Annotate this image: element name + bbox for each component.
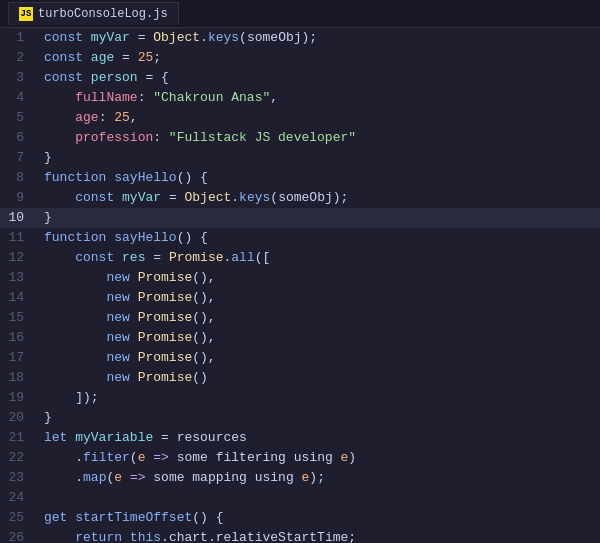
line-num-13: 13: [0, 268, 40, 288]
line-content-2: const age = 25;: [40, 48, 600, 68]
line-26: 26 return this.chart.relativeStartTime;: [0, 528, 600, 543]
line-content-9: const myVar = Object.keys(someObj);: [40, 188, 600, 208]
line-content-7: }: [40, 148, 600, 168]
line-num-12: 12: [0, 248, 40, 268]
line-num-7: 7: [0, 148, 40, 168]
tab-filename: turboConsoleLog.js: [38, 7, 168, 21]
line-content-12: const res = Promise.all([: [40, 248, 600, 268]
line-content-26: return this.chart.relativeStartTime;: [40, 528, 600, 543]
line-9: 9 const myVar = Object.keys(someObj);: [0, 188, 600, 208]
line-num-10: 10: [0, 208, 40, 228]
tab-bar: JS turboConsoleLog.js: [0, 0, 600, 28]
line-num-15: 15: [0, 308, 40, 328]
line-content-20: }: [40, 408, 600, 428]
line-num-2: 2: [0, 48, 40, 68]
line-num-25: 25: [0, 508, 40, 528]
line-19: 19 ]);: [0, 388, 600, 408]
code-editor: 1 const myVar = Object.keys(someObj); 2 …: [0, 28, 600, 543]
line-8: 8 function sayHello() {: [0, 168, 600, 188]
line-13: 13 new Promise(),: [0, 268, 600, 288]
line-content-8: function sayHello() {: [40, 168, 600, 188]
line-num-17: 17: [0, 348, 40, 368]
line-num-1: 1: [0, 28, 40, 48]
line-num-16: 16: [0, 328, 40, 348]
line-3: 3 const person = {: [0, 68, 600, 88]
line-content-16: new Promise(),: [40, 328, 600, 348]
line-num-14: 14: [0, 288, 40, 308]
line-content-21: let myVariable = resources: [40, 428, 600, 448]
line-content-25: get startTimeOffset() {: [40, 508, 600, 528]
line-20: 20 }: [0, 408, 600, 428]
line-12: 12 const res = Promise.all([: [0, 248, 600, 268]
line-num-11: 11: [0, 228, 40, 248]
line-content-6: profession: "Fullstack JS developer": [40, 128, 600, 148]
line-21: 21 let myVariable = resources: [0, 428, 600, 448]
line-25: 25 get startTimeOffset() {: [0, 508, 600, 528]
line-content-23: .map(e => some mapping using e);: [40, 468, 600, 488]
line-10: 10 }: [0, 208, 600, 228]
line-num-6: 6: [0, 128, 40, 148]
line-num-5: 5: [0, 108, 40, 128]
line-content-1: const myVar = Object.keys(someObj);: [40, 28, 600, 48]
line-1: 1 const myVar = Object.keys(someObj);: [0, 28, 600, 48]
line-content-13: new Promise(),: [40, 268, 600, 288]
line-22: 22 .filter(e => some filtering using e): [0, 448, 600, 468]
line-17: 17 new Promise(),: [0, 348, 600, 368]
line-num-8: 8: [0, 168, 40, 188]
line-7: 7 }: [0, 148, 600, 168]
line-14: 14 new Promise(),: [0, 288, 600, 308]
line-6: 6 profession: "Fullstack JS developer": [0, 128, 600, 148]
line-num-22: 22: [0, 448, 40, 468]
line-num-3: 3: [0, 68, 40, 88]
line-15: 15 new Promise(),: [0, 308, 600, 328]
file-tab[interactable]: JS turboConsoleLog.js: [8, 2, 179, 25]
line-num-19: 19: [0, 388, 40, 408]
line-content-18: new Promise(): [40, 368, 600, 388]
line-content-5: age: 25,: [40, 108, 600, 128]
line-num-20: 20: [0, 408, 40, 428]
line-content-11: function sayHello() {: [40, 228, 600, 248]
line-11: 11 function sayHello() {: [0, 228, 600, 248]
line-num-23: 23: [0, 468, 40, 488]
line-content-4: fullName: "Chakroun Anas",: [40, 88, 600, 108]
js-icon: JS: [19, 7, 33, 21]
line-content-19: ]);: [40, 388, 600, 408]
line-23: 23 .map(e => some mapping using e);: [0, 468, 600, 488]
line-num-24: 24: [0, 488, 40, 508]
line-num-4: 4: [0, 88, 40, 108]
line-2: 2 const age = 25;: [0, 48, 600, 68]
line-content-17: new Promise(),: [40, 348, 600, 368]
line-content-10: }: [40, 208, 600, 228]
line-24: 24: [0, 488, 600, 508]
line-content-22: .filter(e => some filtering using e): [40, 448, 600, 468]
line-5: 5 age: 25,: [0, 108, 600, 128]
line-num-9: 9: [0, 188, 40, 208]
line-content-3: const person = {: [40, 68, 600, 88]
line-num-18: 18: [0, 368, 40, 388]
line-content-14: new Promise(),: [40, 288, 600, 308]
line-4: 4 fullName: "Chakroun Anas",: [0, 88, 600, 108]
line-num-26: 26: [0, 528, 40, 543]
line-18: 18 new Promise(): [0, 368, 600, 388]
line-content-15: new Promise(),: [40, 308, 600, 328]
line-16: 16 new Promise(),: [0, 328, 600, 348]
line-num-21: 21: [0, 428, 40, 448]
